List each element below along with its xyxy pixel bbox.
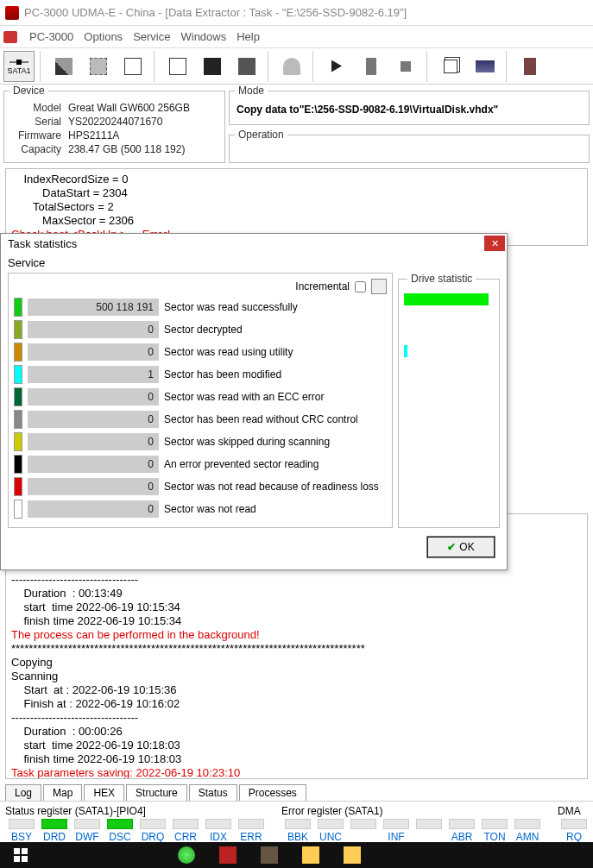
log-line: Task parameters saving: 2022-06-19 10:23… xyxy=(11,766,582,779)
toolbar-separator xyxy=(506,51,509,82)
toolbar-separator xyxy=(426,51,430,82)
stat-color-swatch xyxy=(14,410,22,429)
ok-button[interactable]: ✔ OK xyxy=(427,537,495,557)
log-line: Duration : 00:00:26 xyxy=(11,725,582,739)
taskbar-app-2[interactable] xyxy=(207,842,249,868)
taskview-button[interactable] xyxy=(124,842,166,868)
register-cell[interactable]: BSY xyxy=(5,819,38,843)
register-cell[interactable]: UNC xyxy=(314,819,347,843)
monitor-button[interactable] xyxy=(470,51,501,82)
disk-button[interactable] xyxy=(276,51,307,82)
menu-service[interactable]: Service xyxy=(133,30,170,43)
stat-color-swatch xyxy=(14,320,22,339)
svg-rect-5 xyxy=(22,856,28,862)
log-line: TotalSectors = 2 xyxy=(11,200,582,214)
register-label: ERR xyxy=(235,831,268,843)
stat-label: Sector was skipped during scanning xyxy=(164,436,330,448)
start-button[interactable] xyxy=(0,842,41,868)
register-cell[interactable]: AMN xyxy=(511,819,544,843)
stat-row: 0 Sector was not read xyxy=(14,500,387,519)
tab-hex[interactable]: HEX xyxy=(84,784,124,801)
log-line: Start at : 2022-06-19 10:15:36 xyxy=(11,683,582,697)
register-lamp xyxy=(449,819,475,829)
toolbar: SATA1 xyxy=(0,48,593,85)
stop-button[interactable] xyxy=(390,51,421,82)
stat-row: 0 An error prevented sector reading xyxy=(14,455,387,474)
dma-label: RQ xyxy=(558,831,590,843)
register-cell[interactable]: IDX xyxy=(202,819,235,843)
taskbar-app-4[interactable] xyxy=(290,842,331,868)
register-lamp xyxy=(205,819,231,829)
register-cell[interactable] xyxy=(347,819,380,843)
search-button[interactable] xyxy=(197,51,228,82)
register-label: BSY xyxy=(5,831,38,843)
register-lamp xyxy=(383,819,409,829)
product-name[interactable]: PC-3000 xyxy=(29,30,73,43)
toolbar-separator xyxy=(312,51,316,82)
device-value: Great Wall GW600 256GB xyxy=(68,102,218,114)
tab-status[interactable]: Status xyxy=(189,784,237,801)
register-cell[interactable]: ABR xyxy=(445,819,478,843)
register-cell[interactable]: DRD xyxy=(38,819,71,843)
drive-panel-legend: Drive statistic xyxy=(407,273,476,285)
stat-row: 0 Sector has been read without CRC contr… xyxy=(14,410,387,429)
stop-icon xyxy=(401,61,411,72)
search-button[interactable] xyxy=(41,842,83,868)
tab-log[interactable]: Log xyxy=(5,784,41,801)
register-cell[interactable] xyxy=(413,819,445,843)
register-label: DRD xyxy=(38,831,71,843)
app-icon-red xyxy=(219,846,237,864)
pause-button[interactable] xyxy=(356,51,387,82)
hex-button[interactable] xyxy=(117,51,148,82)
tab-processes[interactable]: Processes xyxy=(239,784,306,801)
register-cell[interactable]: INF xyxy=(380,819,413,843)
stat-row: 0 Sector decrypted xyxy=(14,320,387,339)
drive-tick-marker xyxy=(404,345,407,357)
register-cell[interactable]: DRQ xyxy=(136,819,169,843)
dialog-close-button[interactable]: ✕ xyxy=(484,236,505,251)
incremental-checkbox[interactable] xyxy=(355,281,366,292)
dma-cell[interactable]: RQ xyxy=(558,819,590,843)
cortana-button[interactable] xyxy=(83,842,124,868)
tools-icon xyxy=(55,58,73,75)
window-titlebar: PC-3000 UDMA-E - China - [Data Extractor… xyxy=(0,0,593,26)
register-lamp xyxy=(416,819,442,829)
register-cell[interactable]: CRR xyxy=(169,819,202,843)
cascade-button[interactable] xyxy=(435,51,466,82)
tab-map[interactable]: Map xyxy=(43,784,82,801)
device-table: ModelGreat Wall GW600 256GBSerialYS20220… xyxy=(9,100,219,157)
log-line: DataStart = 2304 xyxy=(11,186,582,200)
taskbar-app-5[interactable] xyxy=(331,842,373,868)
exit-button[interactable] xyxy=(514,51,546,82)
register-lamp xyxy=(514,819,540,829)
dialog-titlebar[interactable]: Task statistics ✕ xyxy=(1,234,507,253)
device-label: Serial xyxy=(11,116,66,128)
register-lamp xyxy=(107,819,133,829)
register-cell[interactable]: BBK xyxy=(281,819,314,843)
sectors-button[interactable] xyxy=(162,51,193,82)
log-line: ---------------------------------- xyxy=(11,711,582,725)
sata-port-button[interactable]: SATA1 xyxy=(3,51,35,82)
register-cell[interactable]: DSC xyxy=(104,819,136,843)
taskbar-app-1[interactable] xyxy=(166,842,207,868)
stat-label: Sector has been modified xyxy=(164,368,281,381)
taskbar-app-3[interactable] xyxy=(249,842,290,868)
status-register: Status register (SATA1)-[PIO4] BSY DRD D… xyxy=(5,805,268,843)
tools-button[interactable] xyxy=(48,51,79,82)
register-cell[interactable]: TON xyxy=(478,819,511,843)
pause-icon xyxy=(366,58,376,75)
tab-structure[interactable]: Structure xyxy=(126,784,187,801)
register-label: DSC xyxy=(104,831,136,843)
chip-button[interactable] xyxy=(83,51,114,82)
edit-icon-button[interactable] xyxy=(371,279,387,294)
menu-options[interactable]: Options xyxy=(84,30,123,43)
log-line: IndexRecordSize = 0 xyxy=(11,173,582,186)
menu-help[interactable]: Help xyxy=(237,30,260,43)
register-cell[interactable]: ERR xyxy=(235,819,268,843)
register-cell[interactable]: DWF xyxy=(71,819,104,843)
list-button[interactable] xyxy=(231,51,262,82)
device-value: 238.47 GB (500 118 192) xyxy=(68,143,218,155)
stat-value: 0 xyxy=(28,478,159,495)
menu-windows[interactable]: Windows xyxy=(180,30,226,43)
play-button[interactable] xyxy=(321,51,352,82)
